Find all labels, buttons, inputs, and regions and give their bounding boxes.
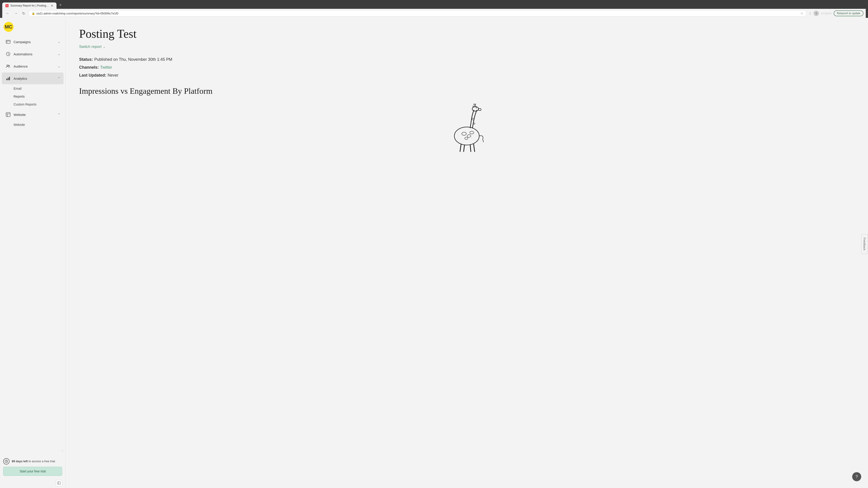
url-bar[interactable]: 🔒 us21.admin.mailchimp.com/reports/summa… xyxy=(28,10,807,17)
svg-text:MC: MC xyxy=(5,24,12,30)
svg-point-19 xyxy=(475,104,476,105)
clock-icon xyxy=(3,458,9,464)
sidebar-bottom: 89 days left to access a free trial. Sta… xyxy=(0,456,65,478)
page-title: Posting Test xyxy=(79,27,855,41)
svg-line-22 xyxy=(470,144,471,152)
status-row: Status: Published on Thu, November 30th … xyxy=(79,57,855,62)
channels-label: Channels: xyxy=(79,65,99,70)
svg-line-23 xyxy=(473,144,475,152)
svg-point-27 xyxy=(470,131,474,134)
svg-rect-10 xyxy=(6,112,10,117)
sidebar: MC Campaigns ⌄ Automations ⌄ xyxy=(0,18,66,488)
illustration-area xyxy=(79,103,855,153)
last-updated-value: Never xyxy=(107,73,119,78)
campaigns-label: Campaigns xyxy=(13,40,58,44)
sidebar-item-custom-reports[interactable]: Custom Reports xyxy=(2,101,64,108)
new-tab-button[interactable]: + xyxy=(57,1,64,9)
status-value: Published on Thu, November 30th 1:45 PM xyxy=(94,57,172,62)
trial-text: 89 days left to access a free trial. xyxy=(12,459,56,463)
incognito-profile: S xyxy=(813,11,819,16)
sidebar-footer xyxy=(0,478,65,488)
browser-tabs: M Summary Report for | Posting Te... ✕ + xyxy=(2,1,866,9)
main-content: Posting Test Switch report ⌄ Status: Pub… xyxy=(66,18,868,488)
svg-point-17 xyxy=(473,104,474,105)
audience-icon xyxy=(5,63,11,69)
channels-value[interactable]: Twitter xyxy=(100,65,112,70)
svg-point-5 xyxy=(7,65,8,66)
audience-chevron: ⌄ xyxy=(58,64,60,68)
svg-point-13 xyxy=(454,127,479,145)
svg-point-24 xyxy=(462,132,466,135)
help-button[interactable]: ? xyxy=(852,472,861,481)
mailchimp-logo[interactable]: MC xyxy=(3,22,14,32)
website-label: Website xyxy=(13,113,58,117)
svg-rect-9 xyxy=(9,77,10,80)
section-title: Impressions vs Engagement By Platform xyxy=(79,86,855,96)
svg-line-18 xyxy=(475,104,476,107)
lock-icon: 🔒 xyxy=(32,12,35,15)
sidebar-top: MC xyxy=(0,18,65,35)
svg-point-6 xyxy=(8,65,9,66)
url-text: us21.admin.mailchimp.com/reports/summary… xyxy=(36,12,799,15)
svg-rect-7 xyxy=(6,78,7,80)
svg-line-16 xyxy=(474,104,475,107)
sidebar-item-automations[interactable]: Automations ⌄ xyxy=(2,48,64,60)
svg-point-26 xyxy=(465,137,468,139)
refresh-button[interactable]: ↻ xyxy=(21,10,26,17)
forward-button[interactable]: → xyxy=(13,10,19,16)
switch-report-chevron: ⌄ xyxy=(103,45,105,48)
svg-rect-12 xyxy=(58,482,60,484)
sidebar-item-campaigns[interactable]: Campaigns ⌄ xyxy=(2,36,64,48)
sidebar-navigation: Campaigns ⌄ Automations ⌄ Audience ⌄ xyxy=(0,35,65,456)
sidebar-item-email[interactable]: Email xyxy=(2,85,64,92)
app-container: MC Campaigns ⌄ Automations ⌄ xyxy=(0,18,868,488)
sidebar-collapse-button[interactable] xyxy=(56,480,62,486)
back-button[interactable]: ← xyxy=(4,10,11,16)
sidebar-item-analytics[interactable]: Analytics ⌃ xyxy=(2,72,64,84)
feedback-tab[interactable]: Feedback xyxy=(861,234,868,254)
campaigns-chevron: ⌄ xyxy=(58,40,60,43)
browser-chrome: M Summary Report for | Posting Te... ✕ +… xyxy=(0,0,868,18)
relaunch-button[interactable]: Relaunch to update xyxy=(834,10,864,16)
trial-notice: 89 days left to access a free trial. xyxy=(3,458,62,464)
tab-title: Summary Report for | Posting Te... xyxy=(10,4,49,7)
analytics-icon xyxy=(5,75,11,82)
svg-rect-8 xyxy=(8,78,8,80)
audience-label: Audience xyxy=(13,64,58,68)
incognito-label: Incognito xyxy=(821,12,832,15)
scroll-indicator: ⌄ xyxy=(61,449,64,452)
sidebar-item-website[interactable]: Website ⌃ xyxy=(2,109,64,121)
analytics-label: Analytics xyxy=(13,76,58,80)
browser-actions: ⋮ S Incognito Relaunch to update xyxy=(809,10,864,16)
channels-row: Channels: Twitter xyxy=(79,65,855,70)
active-browser-tab[interactable]: M Summary Report for | Posting Te... ✕ xyxy=(2,2,57,9)
campaigns-icon xyxy=(5,39,11,45)
automations-icon xyxy=(5,51,11,57)
svg-point-15 xyxy=(476,107,477,108)
svg-line-21 xyxy=(464,144,465,152)
analytics-chevron: ⌃ xyxy=(58,76,60,80)
website-chevron: ⌃ xyxy=(58,113,60,116)
website-icon xyxy=(5,111,11,118)
svg-rect-2 xyxy=(6,40,10,43)
start-trial-button[interactable]: Start your free trial xyxy=(3,467,62,476)
sidebar-item-reports[interactable]: Reports xyxy=(2,93,64,100)
svg-point-3 xyxy=(7,42,7,43)
extensions-button[interactable]: ⋮ xyxy=(809,11,812,15)
tab-close-button[interactable]: ✕ xyxy=(51,4,53,7)
last-updated-row: Last Updated: Never xyxy=(79,73,855,78)
automations-label: Automations xyxy=(13,52,58,56)
automations-chevron: ⌄ xyxy=(58,52,60,56)
browser-address-bar: ← → ↻ 🔒 us21.admin.mailchimp.com/reports… xyxy=(2,9,866,18)
tab-favicon: M xyxy=(5,4,8,7)
sidebar-item-audience[interactable]: Audience ⌄ xyxy=(2,60,64,72)
svg-line-20 xyxy=(460,144,461,152)
giraffe-illustration xyxy=(437,103,496,153)
sidebar-item-website-link[interactable]: Website xyxy=(2,121,64,129)
svg-point-14 xyxy=(472,107,478,111)
report-info-section: Status: Published on Thu, November 30th … xyxy=(79,57,855,78)
svg-point-25 xyxy=(467,135,471,137)
status-label: Status: xyxy=(79,57,93,62)
bookmark-icon[interactable]: ☆ xyxy=(800,11,803,15)
switch-report-button[interactable]: Switch report ⌄ xyxy=(79,44,105,49)
